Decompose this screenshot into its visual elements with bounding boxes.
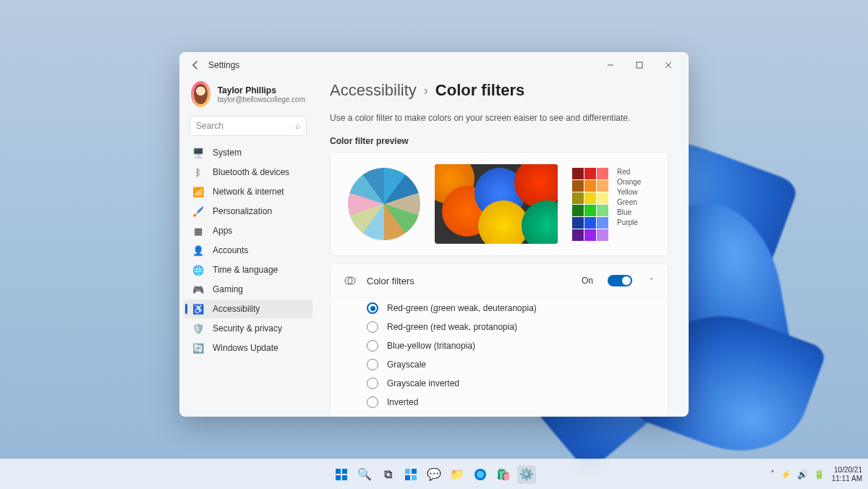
chevron-up-icon[interactable]: ⌃ — [648, 276, 655, 286]
swatch — [572, 168, 584, 179]
swatch — [597, 217, 608, 229]
nav-icon: ▦ — [192, 225, 204, 237]
photo-preview — [435, 164, 558, 244]
color-filter-icon — [344, 274, 357, 287]
filter-label: Inverted — [387, 397, 418, 407]
search-taskbar-icon[interactable]: 🔍 — [355, 465, 374, 484]
svg-rect-10 — [412, 475, 417, 480]
sidebar-item-windows-update[interactable]: 🔄Windows Update — [184, 339, 312, 357]
swatch — [597, 205, 608, 216]
nav-label: Apps — [213, 226, 232, 236]
nav-icon: 🖥️ — [192, 147, 204, 158]
filter-label: Red-green (red weak, protanopia) — [387, 322, 517, 332]
close-button[interactable] — [655, 55, 681, 75]
avatar — [191, 81, 210, 107]
sidebar-item-bluetooth-devices[interactable]: ᛒBluetooth & devices — [184, 163, 312, 182]
sidebar-item-security-privacy[interactable]: 🛡️Security & privacy — [184, 319, 312, 338]
radio-icon — [367, 378, 378, 389]
svg-rect-8 — [412, 469, 417, 474]
nav-icon: 📶 — [192, 186, 204, 197]
nav-icon: 🖌️ — [192, 205, 204, 217]
store-icon[interactable]: 🛍️ — [494, 465, 513, 484]
page-title: Color filters — [435, 81, 524, 100]
swatch-label: Yellow — [617, 188, 641, 196]
tray-chevron-icon[interactable]: ˄ — [770, 469, 775, 480]
task-view-icon[interactable]: ⧉ — [378, 465, 397, 484]
sidebar-item-gaming[interactable]: 🎮Gaming — [184, 280, 312, 299]
nav-label: Security & privacy — [213, 323, 282, 333]
sidebar-item-accounts[interactable]: 👤Accounts — [184, 241, 312, 260]
filter-option[interactable]: Inverted — [367, 396, 655, 408]
toggle-state-text: On — [582, 276, 593, 286]
radio-icon — [367, 340, 378, 352]
user-name: Taylor Phillips — [218, 85, 305, 95]
swatch-label: Orange — [617, 178, 641, 186]
swatch — [597, 229, 608, 241]
nav-label: Gaming — [213, 284, 243, 294]
tray-date: 10/20/21 — [834, 466, 862, 475]
radio-icon — [367, 359, 378, 370]
pie-chart-preview — [348, 168, 420, 240]
chevron-right-icon: › — [424, 83, 428, 98]
sidebar-item-time-language[interactable]: 🌐Time & language — [184, 260, 312, 279]
nav-label: Windows Update — [213, 343, 278, 353]
widgets-icon[interactable] — [401, 465, 420, 484]
filter-label: Blue-yellow (tritanopia) — [387, 341, 475, 351]
svg-rect-6 — [342, 475, 347, 480]
filter-option[interactable]: Blue-yellow (tritanopia) — [367, 340, 655, 352]
volume-icon[interactable]: 🔊 — [797, 469, 808, 480]
color-filters-toggle[interactable] — [608, 275, 632, 286]
nav-icon: ♿ — [192, 303, 204, 315]
swatch — [584, 180, 596, 192]
swatch — [572, 192, 584, 204]
filter-option[interactable]: Red-green (green weak, deuteranopia) — [367, 302, 655, 314]
chat-icon[interactable]: 💬 — [425, 465, 443, 484]
swatch — [584, 217, 596, 229]
nav-label: Personalization — [213, 206, 272, 216]
sidebar-item-accessibility[interactable]: ♿Accessibility — [184, 299, 312, 318]
nav-icon: ᛒ — [192, 166, 204, 178]
swatch — [572, 229, 584, 241]
swatch — [597, 168, 608, 179]
filter-label: Grayscale inverted — [387, 378, 459, 388]
svg-rect-0 — [637, 62, 642, 68]
color-filters-toggle-row[interactable]: Color filters On ⌃ — [331, 264, 668, 297]
clock[interactable]: 10/20/21 11:11 AM — [832, 466, 862, 482]
filter-option[interactable]: Red-green (red weak, protanopia) — [367, 321, 655, 333]
file-explorer-icon[interactable]: 📁 — [448, 465, 467, 484]
wifi-icon[interactable]: ⚡ — [780, 469, 791, 480]
swatch — [584, 229, 596, 241]
taskbar: 🔍 ⧉ 💬 📁 🛍️ ⚙️ ˄ ⚡ 🔊 🔋 10/20/21 11:11 AM — [0, 459, 868, 489]
sidebar-item-system[interactable]: 🖥️System — [184, 143, 312, 162]
filter-option[interactable]: Grayscale inverted — [367, 378, 655, 389]
start-button[interactable] — [332, 465, 351, 484]
swatch-preview: RedOrangeYellowGreenBluePurple — [572, 168, 641, 241]
search-input[interactable]: Search ⌕ — [190, 116, 307, 136]
svg-rect-3 — [336, 469, 341, 474]
settings-taskbar-icon[interactable]: ⚙️ — [517, 465, 536, 484]
battery-icon[interactable]: 🔋 — [814, 469, 825, 480]
filter-label: Red-green (green weak, deuteranopia) — [387, 303, 537, 313]
svg-rect-9 — [405, 475, 410, 480]
filter-options: Red-green (green weak, deuteranopia)Red-… — [331, 297, 668, 417]
sidebar-item-apps[interactable]: ▦Apps — [184, 221, 312, 240]
user-block[interactable]: Taylor Phillips taylor@bellowscollege.co… — [184, 78, 312, 116]
breadcrumb-parent[interactable]: Accessibility — [330, 81, 417, 100]
nav-icon: 🌐 — [192, 264, 204, 276]
preview-card: RedOrangeYellowGreenBluePurple — [330, 152, 668, 256]
sidebar-item-personalization[interactable]: 🖌️Personalization — [184, 202, 312, 221]
back-button[interactable] — [187, 56, 204, 74]
sidebar: Taylor Phillips taylor@bellowscollege.co… — [179, 78, 317, 417]
edge-icon[interactable] — [471, 465, 490, 484]
maximize-button[interactable] — [626, 55, 652, 75]
nav-label: Accounts — [213, 245, 248, 255]
svg-rect-4 — [342, 469, 347, 474]
minimize-button[interactable] — [597, 55, 624, 75]
window-title: Settings — [208, 60, 239, 70]
sidebar-item-network-internet[interactable]: 📶Network & internet — [184, 182, 312, 201]
svg-point-12 — [477, 471, 484, 478]
swatch — [572, 217, 584, 229]
swatch — [572, 180, 584, 192]
breadcrumb: Accessibility › Color filters — [330, 81, 668, 100]
filter-option[interactable]: Grayscale — [367, 359, 655, 370]
